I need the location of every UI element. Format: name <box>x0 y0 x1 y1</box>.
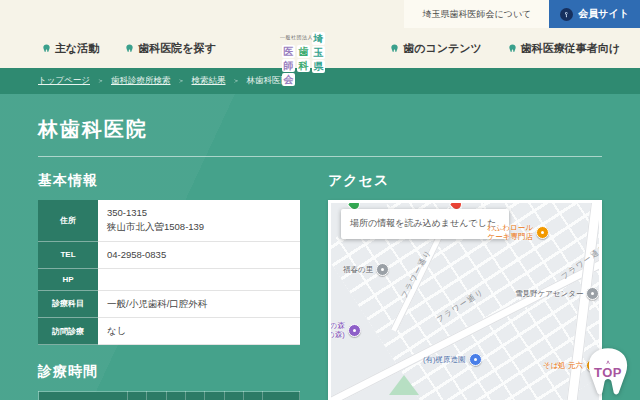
row-value-tel: 04-2958-0835 <box>98 241 300 268</box>
poi-label: 福春の里 <box>343 265 373 275</box>
member-site-label: 会員サイト <box>578 7 629 21</box>
hours-col-wed: 水 <box>166 392 185 400</box>
poi-cake-shop[interactable]: わふわロール ケーキ専門店 <box>487 223 549 241</box>
row-value-hp <box>98 268 300 290</box>
basic-info-section: 基本情報 住所 350-1315 狭山市北入曽1508-139 TEL 04-2… <box>38 172 300 400</box>
hours-col-mon: 月 <box>128 392 147 400</box>
nav-item-activities[interactable]: 主な活動 <box>42 41 99 56</box>
table-row: 診療科目 一般/小児歯科/口腔外科 <box>38 290 300 317</box>
nav-right-group: 歯のコンテンツ 歯科医療従事者向け <box>390 41 624 56</box>
hours-col-tue: 火 <box>147 392 166 400</box>
member-site-button[interactable]: 会員サイト <box>549 0 640 28</box>
table-row: HP <box>38 268 300 290</box>
row-value-address: 350-1315 狭山市北入曽1508-139 <box>98 200 300 241</box>
logo-column-shika: 歯科 <box>297 45 310 86</box>
access-heading: アクセス <box>328 172 602 190</box>
hours-col-fri: 金 <box>205 392 224 400</box>
poi-label: (有)梶原造園 <box>423 355 466 365</box>
breadcrumb-search-results[interactable]: 検索結果 <box>192 75 226 87</box>
row-value-departments: 一般/小児歯科/口腔外科 <box>98 290 300 317</box>
google-map-embed[interactable]: 場所の情報を読み込めませんでした フラワー通り フラワー通り フラワー通り フラ… <box>331 203 599 400</box>
page-title: 林歯科医院 <box>38 116 640 143</box>
table-row: 住所 350-1315 狭山市北入曽1508-139 <box>38 200 300 241</box>
access-section: アクセス 場所の情報を読み込めませんでした フラワー通り フラワー通り フラワー… <box>328 172 602 400</box>
table-row: TEL 04-2958-0835 <box>38 241 300 268</box>
hours-col-thu: 木 <box>186 392 205 400</box>
key-icon <box>560 8 573 21</box>
row-label-hp: HP <box>38 268 98 290</box>
poi-label: そば処 元六 <box>543 361 583 371</box>
main-content: 林歯科医院 基本情報 住所 350-1315 狭山市北入曽1508-139 TE… <box>0 94 640 400</box>
logo-corporation-type: 一般社団法人 <box>280 34 313 40</box>
row-label-address: 住所 <box>38 200 98 241</box>
site-logo[interactable]: 一般社団法人 医師会 歯科 埼玉県 <box>282 32 325 86</box>
row-label-departments: 診療科目 <box>38 290 98 317</box>
basic-info-table: 住所 350-1315 狭山市北入曽1508-139 TEL 04-2958-0… <box>38 200 300 345</box>
table-row: 訪問診療 なし <box>38 318 300 345</box>
office-hours-heading: 診療時間 <box>38 363 300 381</box>
park-icon <box>348 324 361 337</box>
poi-label: わふわロール ケーキ専門店 <box>487 223 533 241</box>
breadcrumb-clinic-search[interactable]: 歯科診療所検索 <box>111 75 171 87</box>
nav-item-find-clinic[interactable]: 歯科医院を探す <box>125 41 216 56</box>
poi-label: 雪見野ケアセンター <box>515 289 583 299</box>
basic-info-heading: 基本情報 <box>38 172 300 190</box>
row-label-visiting-care: 訪問診療 <box>38 318 98 345</box>
care-center-icon <box>586 287 599 300</box>
breadcrumb-separator: ＞ <box>233 76 240 86</box>
hours-col-header: 診療時間 <box>39 392 128 400</box>
nav-item-professionals[interactable]: 歯科医療従事者向け <box>508 41 620 56</box>
scroll-to-top-button[interactable]: ∧ TOP <box>579 346 637 400</box>
nav-left-group: 主な活動 歯科医院を探す <box>42 41 216 56</box>
nav-label: 歯科医院を探す <box>138 41 216 56</box>
map-error-message: 場所の情報を読み込めませんでした <box>341 209 509 239</box>
tooth-icon <box>42 44 51 53</box>
map-park-area <box>389 375 419 395</box>
address-line: 狭山市北入曽1508-139 <box>107 220 291 234</box>
hours-col-holiday: 祝日 <box>263 392 300 400</box>
tooth-icon <box>390 44 399 53</box>
address-postal-code: 350-1315 <box>107 206 291 220</box>
business-icon <box>469 353 482 366</box>
poi-kajiwara-landscaping[interactable]: (有)梶原造園 <box>423 353 482 366</box>
map-frame: 場所の情報を読み込めませんでした フラワー通り フラワー通り フラワー通り フラ… <box>328 200 602 400</box>
poi-fukuharu-no-sato[interactable]: 福春の里 <box>343 263 389 276</box>
tooth-icon <box>125 44 134 53</box>
cake-shop-icon <box>536 226 549 239</box>
hours-col-sat: 土 <box>224 392 243 400</box>
nav-label: 歯科医療従事者向け <box>521 41 620 56</box>
hours-col-sun: 日 <box>244 392 263 400</box>
breadcrumb-separator: ＞ <box>178 76 185 86</box>
table-header-row: 診療時間 月 火 水 木 金 土 日 祝日 <box>39 392 300 400</box>
logo-column-ishikai: 医師会 <box>282 45 295 86</box>
title-divider <box>38 156 602 157</box>
poi-care-center[interactable]: 雪見野ケアセンター <box>515 287 599 300</box>
top-button-label: TOP <box>594 365 622 380</box>
chevron-up-icon: ∧ <box>605 359 610 365</box>
about-association-label: 埼玉県歯科医師会について <box>422 8 531 21</box>
main-navigation: 主な活動 歯科医院を探す 一般社団法人 医師会 歯科 埼玉県 歯のコンテンツ 歯… <box>0 28 640 68</box>
nav-label: 主な活動 <box>55 41 99 56</box>
breadcrumb-separator: ＞ <box>97 76 104 86</box>
row-value-visiting-care: なし <box>98 318 300 345</box>
nav-item-tooth-contents[interactable]: 歯のコンテンツ <box>390 41 482 56</box>
facility-icon <box>376 263 389 276</box>
tooth-icon <box>508 44 517 53</box>
poi-label: の森 の森) <box>331 321 345 339</box>
logo-column-saitama: 埼玉県 <box>312 32 325 86</box>
row-label-tel: TEL <box>38 241 98 268</box>
about-association-link[interactable]: 埼玉県歯科医師会について <box>404 0 549 28</box>
breadcrumb-home[interactable]: トップページ <box>38 75 90 87</box>
office-hours-table: 診療時間 月 火 水 木 金 土 日 祝日 <box>38 391 300 400</box>
poi-forest[interactable]: の森 の森) <box>331 321 361 339</box>
header-utility-bar: 埼玉県歯科医師会について 会員サイト <box>0 0 640 28</box>
top-button-content: ∧ TOP <box>579 346 637 400</box>
nav-label: 歯のコンテンツ <box>403 41 482 56</box>
